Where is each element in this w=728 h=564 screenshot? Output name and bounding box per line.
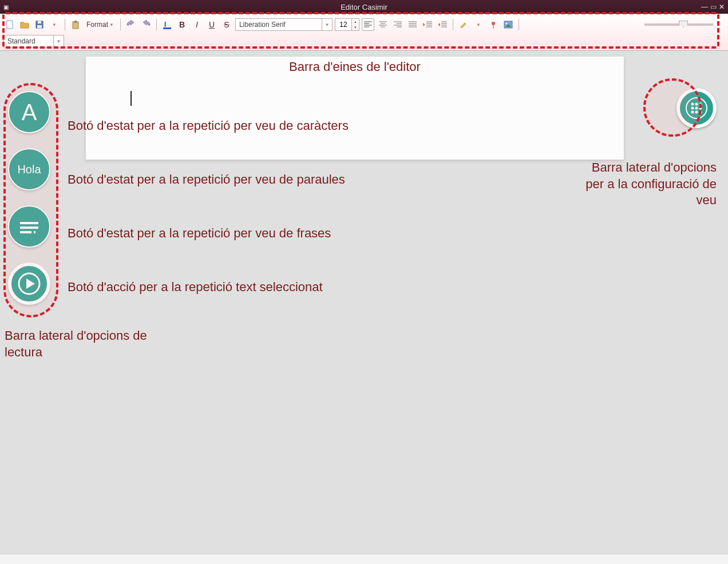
char-repeat-button[interactable]: A [8, 91, 50, 133]
pin-icon[interactable] [487, 18, 500, 31]
svg-rect-6 [74, 21, 77, 23]
align-center-icon[interactable] [377, 18, 389, 31]
left-sidebar-annotation: Barra lateral d'opcions de lectura [5, 328, 165, 360]
svg-point-51 [691, 107, 694, 110]
underline-icon[interactable]: U [205, 18, 218, 31]
font-size-value[interactable] [335, 18, 352, 31]
svg-point-54 [691, 111, 694, 114]
undo-icon[interactable] [125, 18, 137, 31]
highlight-dropdown-icon[interactable]: ▼ [472, 18, 485, 31]
svg-text:A: A [22, 100, 37, 125]
font-size-spinner[interactable]: ▲ ▼ [335, 18, 359, 31]
svg-point-55 [695, 111, 698, 114]
image-icon[interactable] [502, 18, 515, 31]
svg-point-52 [695, 107, 698, 110]
italic-icon[interactable]: I [191, 18, 203, 31]
paste-icon[interactable] [69, 18, 82, 31]
app-icon: ▣ [3, 4, 9, 10]
left-sidebar-buttons: A Hola [8, 91, 50, 305]
text-cursor [130, 91, 132, 106]
window-title: Editor Casimir [341, 3, 387, 11]
sentence-annotation: Botó d'estat per a la repetició per veu … [68, 225, 331, 242]
align-justify-icon[interactable] [406, 18, 419, 31]
font-select[interactable]: Liberation Serif ▼ [235, 18, 333, 31]
content-area: A Hola [0, 51, 728, 554]
svg-marker-25 [423, 23, 425, 26]
svg-point-53 [699, 107, 702, 110]
slider-thumb[interactable] [679, 21, 688, 27]
save-dropdown-icon[interactable]: ▼ [48, 18, 61, 31]
play-selection-button[interactable] [8, 263, 50, 305]
right-sidebar-annotation: Barra lateral d'opcions per a la configu… [579, 160, 717, 209]
svg-point-48 [691, 103, 694, 106]
svg-text:I: I [164, 21, 166, 29]
size-down-icon[interactable]: ▼ [352, 25, 359, 30]
style-value: Standard [4, 37, 53, 45]
svg-marker-46 [26, 279, 35, 289]
svg-marker-30 [438, 23, 440, 26]
svg-rect-43 [20, 231, 31, 233]
svg-point-35 [492, 22, 495, 25]
svg-rect-41 [20, 222, 38, 224]
voice-config-button[interactable] [676, 88, 717, 128]
save-icon[interactable] [33, 18, 46, 31]
strikethrough-icon[interactable]: S [220, 18, 233, 31]
style-select[interactable]: Standard ▼ [3, 35, 64, 47]
indent-increase-icon[interactable] [436, 18, 449, 31]
svg-rect-4 [37, 25, 42, 28]
close-button[interactable]: ✕ [719, 3, 725, 11]
indent-decrease-icon[interactable] [421, 18, 434, 31]
toolbar-annotation: Barra d'eines de l'editor [149, 59, 561, 76]
word-annotation: Botó d'estat per a la repetició per veu … [68, 172, 345, 188]
status-bar [0, 554, 728, 564]
maximize-button[interactable]: ▭ [710, 3, 717, 11]
open-file-icon[interactable] [18, 18, 31, 31]
svg-rect-44 [34, 231, 35, 233]
svg-point-38 [505, 23, 507, 25]
size-up-icon[interactable]: ▲ [352, 19, 359, 25]
align-left-icon[interactable] [362, 18, 374, 31]
window-titlebar: ▣ Editor Casimir — ▭ ✕ [0, 0, 728, 14]
word-repeat-button[interactable]: Hola [8, 148, 50, 190]
minimize-button[interactable]: — [701, 3, 708, 11]
font-color-icon[interactable]: I [161, 18, 173, 31]
svg-rect-3 [38, 21, 41, 23]
sentence-repeat-button[interactable] [8, 205, 50, 248]
svg-rect-42 [20, 227, 38, 229]
svg-point-49 [695, 103, 698, 106]
bold-icon[interactable]: B [176, 18, 188, 31]
zoom-slider[interactable] [644, 23, 713, 26]
word-repeat-label: Hola [17, 163, 41, 176]
format-label: Format [86, 21, 108, 29]
format-dropdown[interactable]: Format ▼ [84, 19, 116, 30]
redo-icon[interactable] [140, 18, 152, 31]
highlight-icon[interactable] [457, 18, 470, 31]
play-annotation: Botó d'acció per a la repetició text sel… [68, 279, 323, 296]
svg-rect-8 [163, 27, 171, 29]
editor-toolbar: ▼ Format ▼ I B I U S Liberation Serif ▼ [0, 14, 728, 51]
new-file-icon[interactable] [3, 18, 16, 31]
font-value: Liberation Serif [236, 21, 322, 29]
svg-point-56 [699, 111, 702, 114]
align-right-icon[interactable] [391, 18, 404, 31]
char-annotation: Botó d'estat per a la repetició per veu … [68, 118, 349, 134]
svg-point-50 [699, 103, 702, 106]
